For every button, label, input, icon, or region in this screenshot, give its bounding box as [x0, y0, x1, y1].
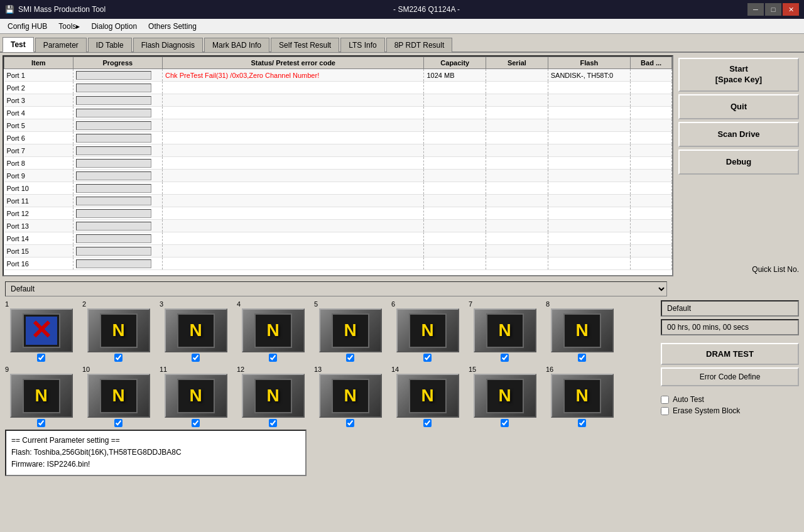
bottom-section: Default 1 ✕ 2N3N4N5N6N7N8N 9N10N11N12N13…: [0, 279, 804, 532]
erase-system-block-row: Erase System Block: [661, 406, 799, 415]
error-x-bg: ✕: [26, 317, 57, 345]
port-checkbox-1[interactable]: [37, 354, 45, 362]
cell-bad: [631, 144, 672, 157]
title-bar-title: - SM2246 Q1124A -: [106, 5, 747, 14]
menu-bar: Config HUB Tools▸ Dialog Option Others S…: [0, 19, 804, 34]
close-button[interactable]: ✕: [783, 3, 799, 16]
cell-item: Port 3: [4, 94, 73, 107]
cell-flash: [548, 119, 631, 132]
cell-item: Port 10: [4, 182, 73, 195]
port-icon-n-8: N: [563, 313, 601, 348]
start-button[interactable]: Start[Space Key]: [678, 58, 799, 92]
auto-test-row: Auto Test: [661, 395, 799, 404]
error-code-define-button[interactable]: Error Code Define: [661, 367, 799, 386]
menu-config-hub[interactable]: Config HUB: [3, 21, 52, 32]
port-icon-n-12: N: [254, 379, 292, 413]
cell-bad: [631, 207, 672, 220]
port-checkbox-14[interactable]: [423, 419, 432, 427]
title-bar: 💾 SMI Mass Production Tool - SM2246 Q112…: [0, 0, 804, 19]
cell-item: Port 4: [4, 107, 73, 119]
tab-8p-rdt-result[interactable]: 8P RDT Result: [386, 38, 453, 52]
port-number-14: 14: [391, 366, 399, 373]
tab-id-table[interactable]: ID Table: [88, 38, 132, 52]
port-checkbox-3[interactable]: [192, 354, 200, 362]
port-cell-7: 7N: [469, 300, 541, 362]
cell-capacity: [424, 245, 486, 258]
table-row: Port 4: [4, 107, 672, 119]
port-checkbox-4[interactable]: [269, 354, 277, 362]
table-row: Port 15: [4, 245, 672, 258]
port-checkbox-8[interactable]: [578, 354, 586, 362]
tab-flash-diagnosis[interactable]: Flash Diagnosis: [133, 38, 203, 52]
cell-flash: [548, 220, 631, 232]
port-icon-n-15: N: [486, 379, 524, 413]
table-row: Port 9: [4, 170, 672, 182]
port-checkbox-7[interactable]: [501, 354, 509, 362]
port-checkbox-2[interactable]: [114, 354, 122, 362]
cell-serial: [486, 157, 548, 170]
port-checkbox-5[interactable]: [346, 354, 354, 362]
cell-flash: [548, 245, 631, 258]
cell-status: [163, 107, 424, 119]
port-icon-container-11: N: [165, 374, 227, 418]
tab-test[interactable]: Test: [3, 37, 34, 52]
error-x-mark: ✕: [30, 317, 52, 344]
quit-button[interactable]: Quit: [678, 94, 799, 119]
port-number-5: 5: [314, 300, 318, 308]
port-icon-container-1: ✕: [10, 308, 73, 352]
port-checkbox-11[interactable]: [192, 419, 200, 427]
port-icon-container-15: N: [474, 374, 536, 418]
cell-capacity: [424, 207, 486, 220]
maximize-button[interactable]: □: [765, 3, 781, 16]
port-cell-14: 14N: [391, 366, 464, 427]
port-cell-9: 9N: [5, 366, 77, 427]
port-cell-5: 5N: [314, 300, 386, 362]
tab-parameter[interactable]: Parameter: [35, 38, 87, 52]
port-cell-1: 1 ✕: [5, 300, 77, 362]
tab-self-test-result[interactable]: Self Test Result: [271, 38, 339, 52]
port-checkbox-9[interactable]: [37, 419, 45, 427]
col-serial: Serial: [486, 57, 548, 69]
col-item: Item: [4, 57, 73, 69]
quick-list-select[interactable]: Default: [5, 281, 667, 296]
port-icon-container-9: N: [10, 374, 73, 418]
menu-tools[interactable]: Tools▸: [53, 21, 85, 32]
table-row: Port 10: [4, 182, 672, 195]
minimize-button[interactable]: ─: [747, 3, 764, 16]
scan-drive-button[interactable]: Scan Drive: [678, 122, 799, 147]
cell-item: Port 9: [4, 170, 73, 182]
cell-status: [163, 182, 424, 195]
cell-bad: [631, 220, 672, 232]
erase-system-block-checkbox[interactable]: [661, 407, 669, 415]
cell-bad: [631, 258, 672, 270]
dram-test-button[interactable]: DRAM TEST: [661, 343, 799, 365]
table-row: Port 8: [4, 157, 672, 170]
port-number-3: 3: [160, 300, 163, 308]
port-checkbox-15[interactable]: [501, 419, 509, 427]
cell-progress: [73, 157, 162, 170]
tab-mark-bad-info[interactable]: Mark BAD Info: [204, 38, 269, 52]
cell-progress: [73, 94, 162, 107]
table-row: Port 12: [4, 207, 672, 220]
cell-status: [163, 94, 424, 107]
port-checkbox-12[interactable]: [269, 419, 277, 427]
port-icon-container-12: N: [242, 374, 305, 418]
menu-dialog-option[interactable]: Dialog Option: [86, 21, 142, 32]
port-icon-container-8: N: [551, 308, 614, 352]
tab-lts-info[interactable]: LTS Info: [340, 38, 384, 52]
port-checkbox-6[interactable]: [423, 354, 432, 362]
port-checkbox-16[interactable]: [578, 419, 586, 427]
port-checkbox-10[interactable]: [114, 419, 122, 427]
auto-test-checkbox[interactable]: [661, 396, 669, 404]
cell-bad: [631, 69, 672, 82]
port-number-12: 12: [237, 366, 244, 373]
port-cell-11: 11N: [160, 366, 232, 427]
port-checkbox-13[interactable]: [346, 419, 354, 427]
debug-button[interactable]: Debug: [678, 149, 799, 175]
cell-status: [163, 195, 424, 207]
status-line-1: == Current Parameter setting ==: [11, 435, 300, 447]
cell-serial: [486, 182, 548, 195]
menu-others-setting[interactable]: Others Setting: [143, 21, 202, 32]
port-number-8: 8: [546, 300, 550, 308]
port-number-9: 9: [5, 366, 9, 373]
